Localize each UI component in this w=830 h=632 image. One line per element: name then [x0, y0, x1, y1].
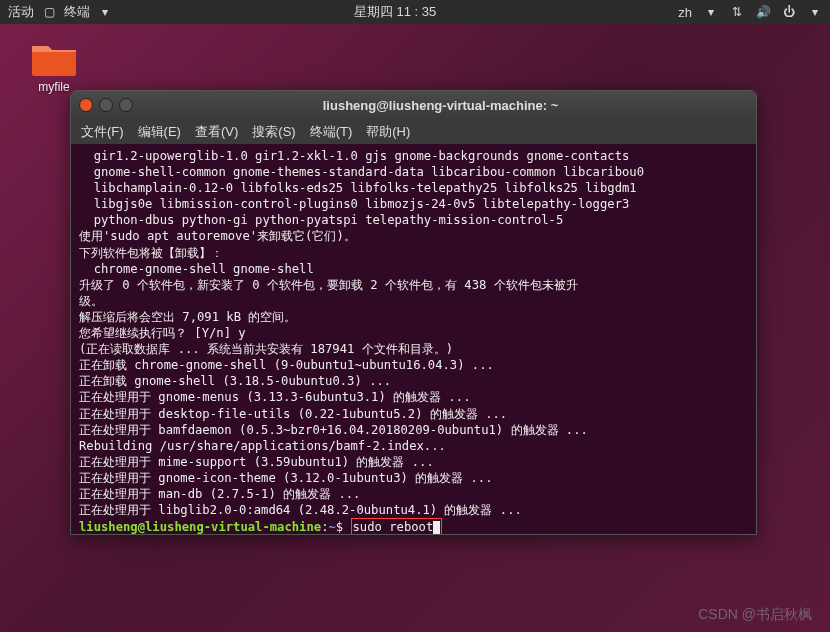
folder-icon — [30, 38, 78, 78]
terminal-output-line: libchamplain-0.12-0 libfolks-eds25 libfo… — [79, 181, 637, 195]
csdn-watermark: CSDN @书启秋枫 — [698, 606, 812, 624]
ime-dropdown-icon[interactable]: ▾ — [704, 5, 718, 19]
desktop-folder-label: myfile — [38, 80, 69, 94]
prompt-user-host: liusheng@liusheng-virtual-machine — [79, 520, 321, 534]
menu-view[interactable]: 查看(V) — [195, 123, 238, 141]
menu-edit[interactable]: 编辑(E) — [138, 123, 181, 141]
terminal-output-line: 解压缩后将会空出 7,091 kB 的空间。 — [79, 310, 296, 324]
system-dropdown-icon[interactable]: ▾ — [808, 5, 822, 19]
terminal-window[interactable]: liusheng@liusheng-virtual-machine: ~ 文件(… — [70, 90, 757, 535]
terminal-output-line: 正在处理用于 gnome-icon-theme (3.12.0-1ubuntu3… — [79, 471, 493, 485]
terminal-output-line: 下列软件包将被【卸载】： — [79, 246, 223, 260]
terminal-output-line: 升级了 0 个软件包，新安装了 0 个软件包，要卸载 2 个软件包，有 438 … — [79, 278, 578, 292]
minimize-button[interactable] — [99, 98, 113, 112]
terminal-output-line: 正在处理用于 desktop-file-utils (0.22-1ubuntu5… — [79, 407, 507, 421]
terminal-output-line: 正在处理用于 bamfdaemon (0.5.3~bzr0+16.04.2018… — [79, 423, 588, 437]
terminal-output-line: gnome-shell-common gnome-themes-standard… — [79, 165, 644, 179]
typed-command: sudo reboot — [353, 520, 434, 534]
terminal-output-line: chrome-gnome-shell gnome-shell — [79, 262, 314, 276]
terminal-output-line: 正在处理用于 libglib2.0-0:amd64 (2.48.2-0ubunt… — [79, 503, 522, 517]
terminal-output-line: gir1.2-upowerglib-1.0 gir1.2-xkl-1.0 gjs… — [79, 149, 629, 163]
window-title: liusheng@liusheng-virtual-machine: ~ — [133, 98, 748, 113]
gnome-topbar: 活动 ▢ 终端 ▾ 星期四 11 : 35 zh ▾ ⇅ 🔊 ⏻ ▾ — [0, 0, 830, 24]
command-highlight-box: sudo reboot — [351, 518, 443, 535]
terminal-output-line: 正在处理用于 man-db (2.7.5-1) 的触发器 ... — [79, 487, 360, 501]
terminal-output-line: 正在卸载 chrome-gnome-shell (9-0ubuntu1~ubun… — [79, 358, 494, 372]
menu-terminal[interactable]: 终端(T) — [310, 123, 353, 141]
terminal-output-line: 您希望继续执行吗？ [Y/n] y — [79, 326, 246, 340]
maximize-button[interactable] — [119, 98, 133, 112]
terminal-output-line: python-dbus python-gi python-pyatspi tel… — [79, 213, 563, 227]
terminal-output-line: (正在读取数据库 ... 系统当前共安装有 187941 个文件和目录。) — [79, 342, 453, 356]
prompt-dollar: $ — [336, 520, 343, 534]
cursor — [433, 521, 440, 534]
close-button[interactable] — [79, 98, 93, 112]
window-titlebar[interactable]: liusheng@liusheng-virtual-machine: ~ — [71, 91, 756, 119]
menu-file[interactable]: 文件(F) — [81, 123, 124, 141]
volume-icon[interactable]: 🔊 — [756, 5, 770, 19]
activities-button[interactable]: 活动 — [8, 3, 34, 21]
clock[interactable]: 星期四 11 : 35 — [112, 3, 678, 21]
terminal-output-line: libgjs0e libmission-control-plugins0 lib… — [79, 197, 629, 211]
prompt-path: ~ — [328, 520, 335, 534]
terminal-app-icon: ▢ — [42, 5, 56, 19]
terminal-output-line: Rebuilding /usr/share/applications/bamf-… — [79, 439, 446, 453]
ime-indicator[interactable]: zh — [678, 5, 692, 20]
terminal-output-line: 级。 — [79, 294, 103, 308]
terminal-output-line: 使用'sudo apt autoremove'来卸载它(它们)。 — [79, 229, 356, 243]
app-label: 终端 — [64, 3, 90, 21]
menu-help[interactable]: 帮助(H) — [366, 123, 410, 141]
desktop-folder[interactable]: myfile — [28, 38, 80, 94]
terminal-output-line: 正在处理用于 gnome-menus (3.13.3-6ubuntu3.1) 的… — [79, 390, 471, 404]
terminal-body[interactable]: gir1.2-upowerglib-1.0 gir1.2-xkl-1.0 gjs… — [71, 144, 756, 535]
dropdown-icon[interactable]: ▾ — [98, 5, 112, 19]
terminal-output-line: 正在卸载 gnome-shell (3.18.5-0ubuntu0.3) ... — [79, 374, 391, 388]
terminal-menubar: 文件(F) 编辑(E) 查看(V) 搜索(S) 终端(T) 帮助(H) — [71, 119, 756, 144]
menu-search[interactable]: 搜索(S) — [252, 123, 295, 141]
network-icon[interactable]: ⇅ — [730, 5, 744, 19]
power-icon[interactable]: ⏻ — [782, 5, 796, 19]
terminal-output-line: 正在处理用于 mime-support (3.59ubuntu1) 的触发器 .… — [79, 455, 434, 469]
